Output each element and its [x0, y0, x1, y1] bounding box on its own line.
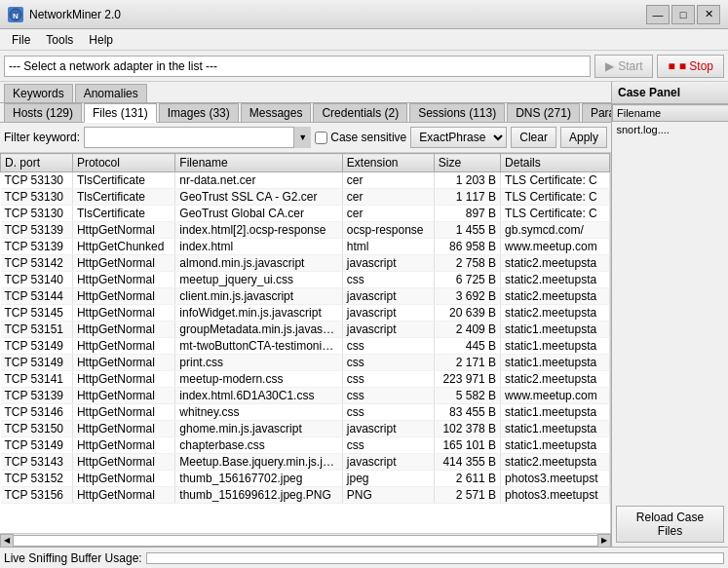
sniff-buffer-bar [146, 552, 724, 564]
menu-file[interactable]: File [4, 29, 38, 50]
close-button[interactable]: ✕ [697, 5, 720, 24]
tab-images[interactable]: Images (33) [159, 103, 239, 122]
table-row[interactable]: TCP 53144HttpGetNormalclient.min.js.java… [1, 288, 610, 305]
table-cell: 165 101 B [434, 437, 500, 454]
col-extension[interactable]: Extension [342, 154, 434, 172]
filter-row: Filter keyword: ▼ Case sensitive ExactPh… [0, 123, 611, 153]
table-row[interactable]: TCP 53151HttpGetNormalgroupMetadata.min.… [1, 322, 610, 338]
table-cell: TCP 53139 [1, 222, 73, 239]
match-type-select[interactable]: ExactPhrase Contains Regex [410, 127, 507, 148]
table-row[interactable]: TCP 53139HttpGetNormalindex.html.6D1A30C… [1, 388, 610, 404]
table-cell: whitney.css [175, 404, 342, 421]
start-icon: ▶ [605, 59, 614, 73]
table-cell: javascript [342, 288, 434, 305]
tab-keywords[interactable]: Keywords [4, 84, 73, 102]
start-button[interactable]: ▶ Start [594, 55, 653, 78]
table-cell: static2.meetupsta [501, 305, 610, 322]
table-row[interactable]: TCP 53152HttpGetNormalthumb_156167702.jp… [1, 471, 610, 487]
table-row[interactable]: TCP 53146HttpGetNormalwhitney.csscss83 4… [1, 404, 610, 421]
h-scrollbar-track[interactable] [14, 535, 597, 547]
table-cell: HttpGetNormal [72, 355, 174, 371]
table-cell: GeoTrust SSL CA - G2.cer [175, 189, 342, 206]
table-cell: static2.meetupsta [501, 255, 610, 272]
table-row[interactable]: TCP 53145HttpGetNormalinfoWidget.min.js.… [1, 305, 610, 322]
title-bar-left: N NetworkMiner 2.0 [8, 7, 121, 22]
table-cell: javascript [342, 305, 434, 322]
table-cell: HttpGetNormal [72, 388, 174, 404]
col-protocol[interactable]: Protocol [72, 154, 174, 172]
table-cell: TCP 53130 [1, 189, 73, 206]
table-row[interactable]: TCP 53140HttpGetNormalmeetup_jquery_ui.c… [1, 272, 610, 288]
scroll-left-button[interactable]: ◀ [0, 534, 14, 548]
tab-messages[interactable]: Messages [241, 103, 312, 122]
scroll-right-button[interactable]: ▶ [597, 534, 611, 548]
tab-dns[interactable]: DNS (271) [507, 103, 580, 122]
table-cell: www.meetup.com [501, 239, 610, 255]
table-cell: 2 758 B [434, 255, 500, 272]
case-sensitive-checkbox[interactable] [315, 132, 327, 144]
tab-credentials[interactable]: Credentials (2) [313, 103, 407, 122]
table-cell: cer [342, 189, 434, 206]
table-row[interactable]: TCP 53139HttpGetNormalindex.html[2].ocsp… [1, 222, 610, 239]
clear-button[interactable]: Clear [511, 127, 556, 148]
table-cell: css [342, 437, 434, 454]
table-cell: static2.meetupsta [501, 454, 610, 471]
case-col-filename[interactable]: Filename [613, 105, 729, 122]
reload-case-files-button[interactable]: Reload Case Files [616, 506, 724, 543]
table-cell: static1.meetupsta [501, 404, 610, 421]
app-icon: N [8, 7, 23, 22]
adapter-dropdown[interactable]: --- Select a network adapter in the list… [4, 56, 591, 77]
table-row[interactable]: TCP 53156HttpGetNormalthumb_151699612.jp… [1, 487, 610, 504]
case-sensitive-label: Case sensitive [330, 131, 406, 144]
case-panel-table: Filename MD5 snort.log....2f301c2... [612, 104, 728, 138]
table-row[interactable]: TCP 53141HttpGetNormalmeetup-modern.cssc… [1, 371, 610, 388]
filter-input[interactable] [84, 127, 311, 148]
table-cell: static1.meetupsta [501, 322, 610, 338]
minimize-button[interactable]: — [646, 5, 670, 24]
table-row[interactable]: TCP 53149HttpGetNormalmt-twoButtonCTA-te… [1, 338, 610, 355]
table-cell: mt-twoButtonCTA-testimonial.css [175, 338, 342, 355]
table-cell: HttpGetNormal [72, 437, 174, 454]
tab-sessions[interactable]: Sessions (113) [409, 103, 505, 122]
case-table-row[interactable]: snort.log....2f301c2... [613, 122, 729, 138]
table-cell: 86 958 B [434, 239, 500, 255]
stop-button[interactable]: ■ ■ Stop [657, 55, 724, 78]
col-filename[interactable]: Filename [175, 154, 342, 172]
table-cell: HttpGetNormal [72, 471, 174, 487]
menu-tools[interactable]: Tools [38, 29, 81, 50]
table-cell: TCP 53150 [1, 421, 73, 437]
table-row[interactable]: TCP 53130TlsCertificatenr-data.net.cerce… [1, 172, 610, 189]
table-row[interactable]: TCP 53143HttpGetNormalMeetup.Base.jquery… [1, 454, 610, 471]
table-cell: GeoTrust Global CA.cer [175, 206, 342, 222]
table-row[interactable]: TCP 53130TlsCertificateGeoTrust Global C… [1, 206, 610, 222]
table-row[interactable]: TCP 53142HttpGetNormalalmond.min.js.java… [1, 255, 610, 272]
table-cell: TLS Certificate: C [501, 189, 610, 206]
table-cell: TCP 53142 [1, 255, 73, 272]
col-size[interactable]: Size [434, 154, 500, 172]
table-row[interactable]: TCP 53150HttpGetNormalghome.min.js.javas… [1, 421, 610, 437]
col-details[interactable]: Details [501, 154, 610, 172]
table-row[interactable]: TCP 53149HttpGetNormalprint.csscss2 171 … [1, 355, 610, 371]
table-cell: css [342, 355, 434, 371]
table-cell: HttpGetNormal [72, 322, 174, 338]
maximize-button[interactable]: □ [671, 5, 695, 24]
tab-files[interactable]: Files (131) [84, 103, 157, 123]
tab-hosts[interactable]: Hosts (129) [4, 103, 82, 122]
table-cell: TCP 53151 [1, 322, 73, 338]
case-sensitive-wrap: Case sensitive [315, 131, 406, 144]
tab-parameters[interactable]: Parameters (1199) [582, 103, 611, 122]
h-scrollbar-area: ◀ ▶ [0, 533, 611, 547]
table-cell: css [342, 338, 434, 355]
tab-anomalies[interactable]: Anomalies [75, 84, 147, 102]
col-dport[interactable]: D. port [1, 154, 73, 172]
table-row[interactable]: TCP 53139HttpGetChunkedindex.htmlhtml86 … [1, 239, 610, 255]
table-row[interactable]: TCP 53130TlsCertificateGeoTrust SSL CA -… [1, 189, 610, 206]
menu-help[interactable]: Help [81, 29, 121, 50]
apply-button[interactable]: Apply [560, 127, 607, 148]
files-table-wrap[interactable]: D. port Protocol Filename Extension Size… [0, 153, 611, 533]
filter-dropdown-button[interactable]: ▼ [293, 127, 311, 148]
table-cell: javascript [342, 255, 434, 272]
table-row[interactable]: TCP 53149HttpGetNormalchapterbase.csscss… [1, 437, 610, 454]
table-cell: thumb_156167702.jpeg [175, 471, 342, 487]
table-cell: www.meetup.com [501, 388, 610, 404]
